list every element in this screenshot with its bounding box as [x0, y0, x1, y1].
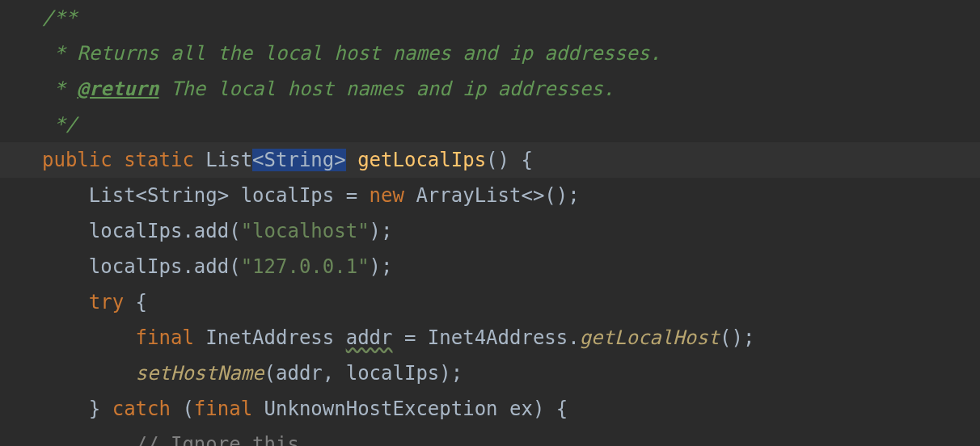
line-comment: // Ignore this.	[136, 433, 311, 446]
javadoc-open: /**	[42, 6, 77, 29]
string-literal: "localhost"	[241, 220, 370, 242]
javadoc-return-tag: @return	[77, 78, 158, 100]
keyword-final: final	[136, 326, 194, 349]
keyword-try: try	[89, 291, 124, 313]
keyword-new: new	[370, 184, 404, 207]
code-line: List<String> localIps = new ArrayList<>(…	[0, 178, 980, 213]
code-line: /**	[0, 0, 980, 36]
code-line: // Ignore this.	[0, 427, 980, 446]
method-name: getLocalIps	[357, 149, 486, 171]
javadoc-close: */	[42, 113, 77, 136]
code-line: final InetAddress addr = Inet4Address.ge…	[0, 320, 980, 356]
code-line: */	[0, 107, 980, 142]
code-line: setHostName(addr, localIps);	[0, 356, 980, 391]
keyword-catch: catch	[112, 398, 171, 420]
code-line: try {	[0, 284, 980, 320]
code-line: localIps.add("127.0.0.1");	[0, 249, 980, 284]
variable-warning: addr	[346, 326, 393, 349]
static-method-call: getLocalHost	[580, 326, 720, 349]
javadoc-text: Returns all the local host names and ip …	[77, 42, 661, 65]
method-call: setHostName	[136, 362, 264, 385]
generic-type-highlight: <String>	[252, 149, 346, 171]
keyword-final: final	[194, 398, 252, 420]
javadoc-text: The local host names and ip addresses.	[159, 78, 615, 100]
code-line: localIps.add("localhost");	[0, 213, 980, 249]
type-list: List	[205, 149, 252, 171]
code-editor[interactable]: /** * Returns all the local host names a…	[0, 0, 980, 446]
code-line: * Returns all the local host names and i…	[0, 36, 980, 71]
code-line: * @return The local host names and ip ad…	[0, 71, 980, 107]
code-line-current: public static List<String> getLocalIps()…	[0, 142, 980, 178]
keyword-static: static	[124, 149, 194, 171]
keyword-public: public	[42, 149, 112, 171]
code-line: } catch (final UnknownHostException ex) …	[0, 391, 980, 427]
string-literal: "127.0.0.1"	[241, 255, 370, 278]
